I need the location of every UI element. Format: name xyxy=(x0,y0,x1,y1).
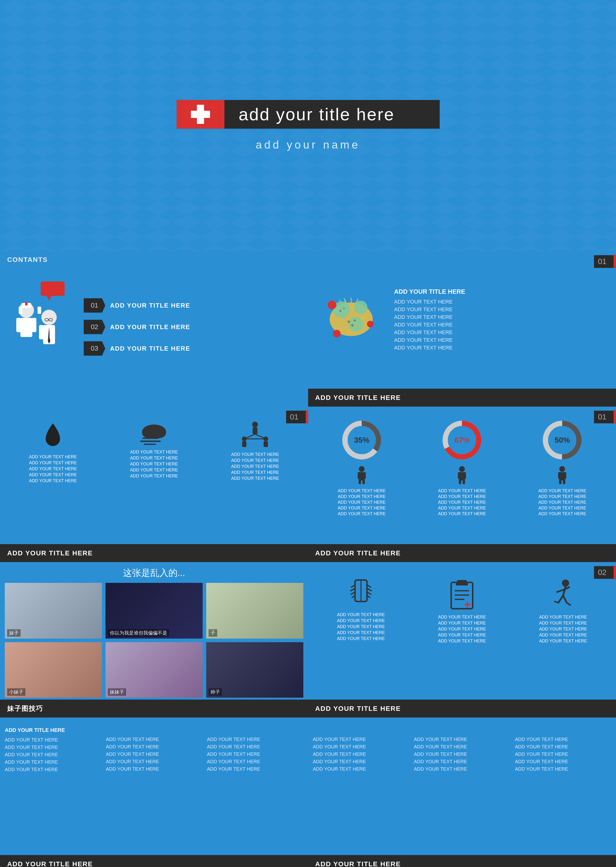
svg-rect-59 xyxy=(358,472,360,479)
icon1-line1: ADD YOUR TEXT HERE xyxy=(29,460,77,465)
text-cols-left-slide: ADD YOUR TITLE HERE ADD YOUR TEXT HERE A… xyxy=(0,718,308,867)
r1-l1: ADD YOUR TEXT HERE xyxy=(313,744,409,749)
svg-rect-7 xyxy=(19,306,22,314)
slide3-line-0: ADD YOUR TEXT HERE xyxy=(394,299,609,305)
chart1-l2: ADD YOUR TEXT HERE xyxy=(338,500,386,505)
icon1-line3: ADD YOUR TEXT HERE xyxy=(29,472,77,477)
photo-slide: 这张是乱入的... 妹子 你以为我是谁但我偏偏不是 子 小妹子 妹妹子 帅子 妹 xyxy=(0,562,308,718)
icon3-line0: ADD YOUR TEXT HERE xyxy=(231,452,279,457)
medical-icons-footer-text: ADD YOUR TITLE HERE xyxy=(315,705,401,713)
medical-icons-footer: ADD YOUR TITLE HERE xyxy=(308,700,616,718)
icon1-line2: ADD YOUR TEXT HERE xyxy=(29,466,77,471)
svg-point-39 xyxy=(343,308,345,309)
bacteria-illustration xyxy=(315,286,387,353)
col1-title: ADD YOUR TITLE HERE xyxy=(5,727,101,733)
icon-col-1: ADD YOUR TEXT HERE ADD YOUR TEXT HERE AD… xyxy=(7,421,99,483)
r2-l4: ADD YOUR TEXT HERE xyxy=(414,766,510,772)
contents-header: CONTANTS xyxy=(7,256,301,264)
donut-3: 50% xyxy=(541,419,584,462)
text-col-right-1: ADD YOUR TEXT HERE ADD YOUR TEXT HERE AD… xyxy=(313,727,409,849)
panel-num-bar xyxy=(614,255,616,268)
icons-row: ADD YOUR TEXT HERE ADD YOUR TEXT HERE AD… xyxy=(7,412,301,543)
svg-rect-77 xyxy=(559,480,561,484)
person-icon-3 xyxy=(556,465,568,485)
col2-l1: ADD YOUR TEXT HERE xyxy=(106,744,203,749)
icon1-line0: ADD YOUR TEXT HERE xyxy=(29,454,77,459)
slide3-line-4: ADD YOUR TEXT HERE xyxy=(394,329,609,336)
icon2-line2: ADD YOUR TEXT HERE xyxy=(130,462,178,466)
m1-l0: ADD YOUR TEXT HERE xyxy=(337,612,385,617)
donut-2: 67% xyxy=(440,419,484,462)
col1-l0: ADD YOUR TEXT HERE xyxy=(5,737,101,743)
col2-l3: ADD YOUR TEXT HERE xyxy=(106,759,203,764)
icon1-line4: ADD YOUR TEXT HERE xyxy=(29,478,77,483)
menu-item-2: 02 ADD YOUR TITLE HERE xyxy=(84,320,301,334)
svg-rect-91 xyxy=(456,582,468,586)
text-col-left-2: ADD YOUR TEXT HERE ADD YOUR TEXT HERE AD… xyxy=(106,727,203,849)
slide3-line-6: ADD YOUR TEXT HERE xyxy=(394,345,609,351)
svg-rect-62 xyxy=(362,480,365,484)
waterdrop-icon xyxy=(42,421,64,450)
cloud-icon xyxy=(138,421,170,445)
svg-marker-5 xyxy=(47,296,52,301)
bacteria-slide: 01 xyxy=(308,251,616,407)
svg-point-38 xyxy=(339,310,341,312)
chart1-l3: ADD YOUR TEXT HERE xyxy=(338,506,386,510)
medical-icons-num: 02 xyxy=(594,565,616,579)
m2-l0: ADD YOUR TEXT HERE xyxy=(438,615,486,620)
slide3-text: ADD YOUR TITLE HERE ADD YOUR TEXT HERE A… xyxy=(394,288,609,351)
slide3-line-5: ADD YOUR TEXT HERE xyxy=(394,337,609,343)
r3-l0: ADD YOUR TEXT HERE xyxy=(515,737,611,742)
svg-rect-47 xyxy=(253,427,258,434)
slide3-footer-text: ADD YOUR TITLE HERE xyxy=(315,394,401,402)
icons-slide-footer: ADD YOUR TITLE HERE xyxy=(0,544,308,562)
medical3-text: ADD YOUR TEXT HERE ADD YOUR TEXT HERE AD… xyxy=(539,615,587,644)
icon3-line3: ADD YOUR TEXT HERE xyxy=(231,470,279,475)
r1-l2: ADD YOUR TEXT HERE xyxy=(313,751,409,757)
arrow-badge-2: 02 xyxy=(84,320,105,334)
text-col-left-1: ADD YOUR TITLE HERE ADD YOUR TEXT HERE A… xyxy=(5,727,101,849)
svg-rect-13 xyxy=(31,318,36,332)
chart3-l4: ADD YOUR TEXT HERE xyxy=(538,511,586,517)
svg-point-28 xyxy=(333,330,341,338)
donut-label-2: 67% xyxy=(454,436,470,444)
icon3-line2: ADD YOUR TEXT HERE xyxy=(231,464,279,469)
svg-point-14 xyxy=(41,310,57,325)
text-cols-left-footer-text: ADD YOUR TITLE HERE xyxy=(7,860,93,867)
col1-l2: ADD YOUR TEXT HERE xyxy=(5,752,101,757)
slide3-line-1: ADD YOUR TEXT HERE xyxy=(394,306,609,313)
svg-rect-21 xyxy=(50,325,54,339)
donut-1: 35% xyxy=(340,419,383,462)
svg-line-104 xyxy=(567,603,570,605)
svg-rect-76 xyxy=(563,472,566,479)
col3-l4: ADD YOUR TEXT HERE xyxy=(207,766,303,772)
svg-rect-3 xyxy=(191,111,210,118)
title-slide: add your title here add your name xyxy=(0,0,616,251)
medical-icons-num-bar xyxy=(614,565,616,579)
text-cols-left-footer: ADD YOUR TITLE HERE xyxy=(0,855,308,867)
clipboard-icon xyxy=(449,579,475,610)
people-network-icon xyxy=(239,421,270,447)
svg-rect-20 xyxy=(39,325,44,339)
icons-num-text: 01 xyxy=(286,411,306,423)
m3-l4: ADD YOUR TEXT HERE xyxy=(539,639,587,644)
m1-l4: ADD YOUR TEXT HERE xyxy=(337,636,385,641)
menu-num-2: 02 xyxy=(91,323,98,331)
cross-icon xyxy=(190,104,211,125)
chart1-text: ADD YOUR TEXT HERE ADD YOUR TEXT HERE AD… xyxy=(338,488,386,517)
r3-l4: ADD YOUR TEXT HERE xyxy=(515,766,611,772)
menu-label-1: ADD YOUR TITLE HERE xyxy=(110,302,190,309)
photo-slide-title: 这张是乱入的... xyxy=(5,567,303,579)
slide-subtitle: add your name xyxy=(256,138,360,151)
medical-icon-col-3: ADD YOUR TEXT HERE ADD YOUR TEXT HERE AD… xyxy=(517,579,609,644)
slides-grid: CONTANTS xyxy=(0,251,616,867)
col1-l4: ADD YOUR TEXT HERE xyxy=(5,767,101,772)
col3-l2: ADD YOUR TEXT HERE xyxy=(207,751,303,757)
medical-icons-slide: 02 ADD YOUR xyxy=(308,562,616,718)
r3-l3: ADD YOUR TEXT HERE xyxy=(515,759,611,764)
chart1-l0: ADD YOUR TEXT HERE xyxy=(338,488,386,493)
text-cols-right-slide: ADD YOUR TEXT HERE ADD YOUR TEXT HERE AD… xyxy=(308,718,616,867)
col1-l3: ADD YOUR TEXT HERE xyxy=(5,759,101,765)
col2-l2: ADD YOUR TEXT HERE xyxy=(106,751,203,757)
svg-rect-8 xyxy=(38,306,41,314)
